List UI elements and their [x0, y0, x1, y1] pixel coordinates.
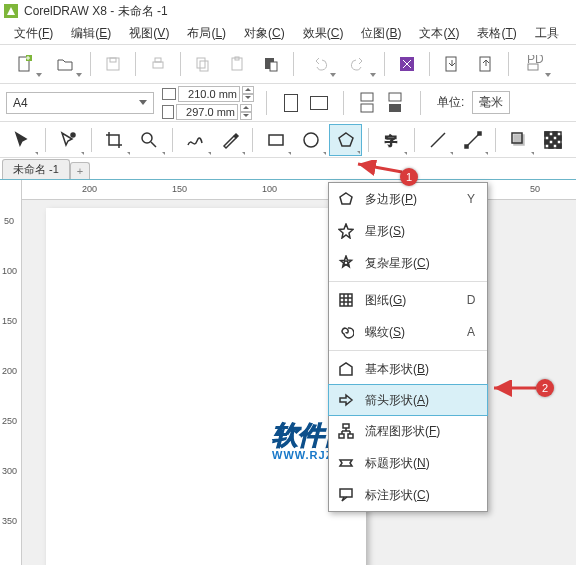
- page: [46, 208, 366, 565]
- svg-point-21: [71, 133, 75, 137]
- connector-tool[interactable]: [456, 124, 489, 156]
- svg-point-24: [304, 133, 318, 147]
- paper-size-select[interactable]: A4: [6, 92, 154, 114]
- landscape-button[interactable]: [307, 89, 331, 117]
- svg-rect-44: [340, 489, 352, 497]
- document-tab-strip: 未命名 -1 +: [0, 158, 576, 180]
- svg-rect-23: [269, 135, 283, 145]
- paste-button[interactable]: [221, 49, 253, 79]
- menu-layout[interactable]: 布局(L): [179, 23, 234, 44]
- separator: [90, 52, 91, 76]
- separator: [414, 128, 415, 152]
- redo-button[interactable]: [340, 49, 378, 79]
- separator: [429, 52, 430, 76]
- artistic-media-tool[interactable]: [214, 124, 247, 156]
- new-tab-button[interactable]: +: [70, 162, 90, 179]
- page-dimensions: [162, 86, 254, 120]
- arrow-shapes-icon: [337, 391, 355, 409]
- undo-button[interactable]: [300, 49, 338, 79]
- flyout-basic-shapes[interactable]: 基本形状(B): [329, 353, 487, 385]
- separator: [45, 128, 46, 152]
- open-button[interactable]: [46, 49, 84, 79]
- freehand-tool[interactable]: [179, 124, 212, 156]
- pick-tool[interactable]: [6, 124, 39, 156]
- print-button[interactable]: [142, 49, 174, 79]
- separator: [508, 52, 509, 76]
- banner-icon: [337, 454, 355, 472]
- copy-button[interactable]: [187, 49, 219, 79]
- separator: [420, 91, 421, 115]
- unit-value[interactable]: 毫米: [472, 91, 510, 114]
- polygon-tool[interactable]: [329, 124, 362, 156]
- zoom-tool[interactable]: [133, 124, 166, 156]
- parallel-dimension-tool[interactable]: [421, 124, 454, 156]
- text-tool[interactable]: 字: [375, 124, 408, 156]
- page-width-input[interactable]: [178, 86, 240, 102]
- svg-point-22: [142, 133, 152, 143]
- annotation-marker-2: 2: [536, 379, 554, 397]
- current-page-button[interactable]: [384, 89, 408, 117]
- svg-rect-3: [110, 58, 116, 62]
- menu-edit[interactable]: 编辑(E): [63, 23, 119, 44]
- new-button[interactable]: [6, 49, 44, 79]
- svg-rect-14: [480, 57, 490, 71]
- callout-icon: [337, 486, 355, 504]
- shape-tool[interactable]: [52, 124, 85, 156]
- search-content-button[interactable]: [391, 49, 423, 79]
- annotation-marker-1: 1: [400, 168, 418, 186]
- title-bar: CorelDRAW X8 - 未命名 -1: [0, 0, 576, 22]
- svg-rect-38: [557, 144, 561, 148]
- star-icon: [337, 222, 355, 240]
- transparency-tool[interactable]: [537, 124, 570, 156]
- clipboard-button[interactable]: [255, 49, 287, 79]
- menu-text[interactable]: 文本(X): [411, 23, 467, 44]
- svg-rect-40: [340, 294, 352, 306]
- width-spinner[interactable]: [242, 86, 254, 102]
- drop-shadow-tool[interactable]: [502, 124, 535, 156]
- flyout-flowchart-shapes[interactable]: 流程图形状(F): [329, 415, 487, 447]
- svg-rect-11: [270, 62, 277, 71]
- export-button[interactable]: [470, 49, 502, 79]
- flyout-banner-shapes[interactable]: 标题形状(N): [329, 447, 487, 479]
- flyout-arrow-shapes[interactable]: 箭头形状(A): [328, 384, 488, 416]
- vertical-ruler[interactable]: 50 100 150 200 250 300 350: [0, 180, 22, 565]
- svg-rect-42: [339, 434, 344, 438]
- menu-bar: 文件(F) 编辑(E) 视图(V) 布局(L) 对象(C) 效果(C) 位图(B…: [0, 22, 576, 44]
- separator: [384, 52, 385, 76]
- separator: [91, 128, 92, 152]
- save-button[interactable]: [97, 49, 129, 79]
- complex-star-icon: [337, 254, 355, 272]
- all-pages-button[interactable]: [356, 89, 380, 117]
- separator: [343, 91, 344, 115]
- menu-object[interactable]: 对象(C): [236, 23, 293, 44]
- flyout-star[interactable]: 星形(S): [329, 215, 487, 247]
- menu-effects[interactable]: 效果(C): [295, 23, 352, 44]
- separator: [172, 128, 173, 152]
- menu-table[interactable]: 表格(T): [469, 23, 524, 44]
- flyout-complex-star[interactable]: 复杂星形(C): [329, 247, 487, 279]
- crop-tool[interactable]: [98, 124, 131, 156]
- svg-text:字: 字: [385, 134, 397, 148]
- portrait-button[interactable]: [279, 89, 303, 117]
- flyout-spiral[interactable]: 螺纹(S) A: [329, 316, 487, 348]
- flyout-callout-shapes[interactable]: 标注形状(C): [329, 479, 487, 511]
- paper-size-value: A4: [13, 96, 28, 110]
- separator: [266, 91, 267, 115]
- separator: [252, 128, 253, 152]
- publish-pdf-button[interactable]: PDF: [515, 49, 553, 79]
- page-height-input[interactable]: [176, 104, 238, 120]
- height-spinner[interactable]: [240, 104, 252, 120]
- horizontal-ruler[interactable]: 200 150 100 50: [22, 180, 576, 200]
- separator: [135, 52, 136, 76]
- document-tab[interactable]: 未命名 -1: [2, 159, 70, 179]
- menu-tools[interactable]: 工具: [527, 23, 567, 44]
- menu-view[interactable]: 视图(V): [121, 23, 177, 44]
- menu-file[interactable]: 文件(F): [6, 23, 61, 44]
- rectangle-tool[interactable]: [259, 124, 292, 156]
- svg-rect-5: [155, 58, 161, 62]
- svg-rect-43: [348, 434, 353, 438]
- import-button[interactable]: [436, 49, 468, 79]
- ellipse-tool[interactable]: [294, 124, 327, 156]
- flyout-graph-paper[interactable]: 图纸(G) D: [329, 284, 487, 316]
- menu-bitmaps[interactable]: 位图(B): [353, 23, 409, 44]
